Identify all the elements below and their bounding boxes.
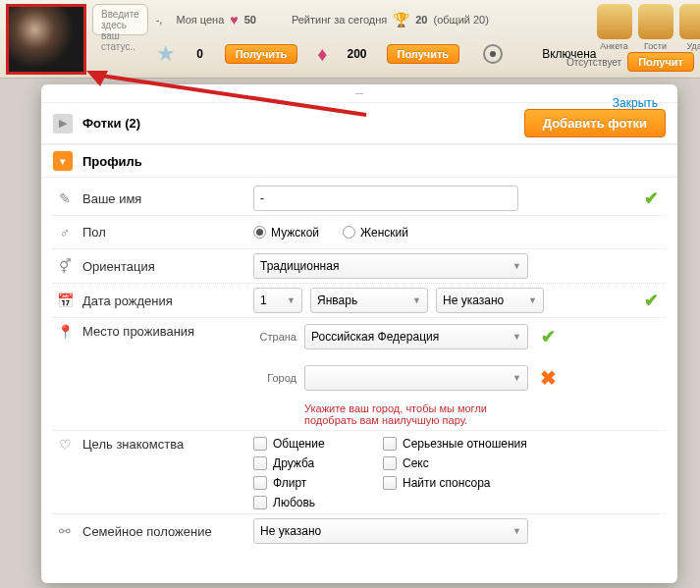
rating-total: (общий 20)	[434, 14, 489, 26]
close-button[interactable]: Закрыть	[607, 90, 664, 116]
gender-icon: ♂	[53, 225, 77, 241]
check-icon: ✔	[636, 187, 666, 209]
city-hint: Укажите ваш город, чтобы мы могли подобр…	[304, 402, 540, 426]
purpose-opt-label: Любовь	[273, 496, 315, 509]
luck-icon[interactable]	[679, 4, 701, 39]
chevron-down-icon: ▾	[53, 151, 73, 171]
marital-label: Семейное положение	[77, 524, 253, 539]
guests-icon[interactable]	[638, 4, 673, 39]
heart-icon: ♥	[230, 12, 238, 27]
star-icon: ★	[156, 41, 176, 67]
modal-handle: –	[41, 84, 677, 102]
user-avatar[interactable]	[6, 4, 86, 75]
top-bar: Введите здесь ваш статус.. -, Моя цена ♥…	[0, 0, 700, 79]
top-info: -, Моя цена ♥ 50 Рейтинг за сегодня 🏆 20…	[156, 4, 597, 69]
orientation-icon: ⚥	[53, 258, 77, 274]
name-input[interactable]	[253, 186, 518, 211]
dob-label: Дата рождения	[77, 294, 253, 308]
purpose-checkbox[interactable]: Секс	[383, 456, 560, 470]
eye-icon[interactable]	[483, 44, 503, 64]
absent-label: Отсутствует	[566, 57, 621, 68]
check-icon: ✔	[636, 290, 666, 311]
purpose-opt-label: Флирт	[273, 476, 306, 490]
guests-icon-label: Гости	[644, 41, 667, 51]
chevron-right-icon: ▶	[53, 114, 73, 134]
country-sublabel: Страна	[253, 331, 296, 343]
dob-month-select[interactable]: Январь▼	[310, 288, 428, 313]
profile-section-header[interactable]: ▾ Профиль	[41, 144, 677, 178]
purpose-checkbox[interactable]: Флирт	[253, 476, 371, 490]
purpose-checkboxes: Общение Серьезные отношения Дружба Секс …	[253, 437, 560, 509]
rings-icon: ⚯	[53, 523, 77, 539]
purpose-checkbox[interactable]: Общение	[253, 437, 371, 451]
star-value: 0	[186, 47, 215, 61]
purpose-checkbox[interactable]: Любовь	[253, 496, 371, 509]
orientation-row: ⚥ Ориентация Традиционная▼	[53, 249, 666, 284]
x-icon: ✖	[536, 366, 560, 390]
marital-row: ⚯ Семейное положение Не указано▼	[53, 514, 666, 548]
purpose-opt-label: Серьезные отношения	[403, 437, 527, 451]
pin-icon: 📍	[53, 324, 77, 340]
location-row: 📍 Место проживания Страна Российская Фед…	[53, 318, 666, 431]
purpose-label: Цель знакомства	[77, 437, 253, 452]
purpose-opt-label: Дружба	[273, 456, 314, 470]
gender-female-radio[interactable]: Женский	[343, 226, 408, 240]
get-stars-button[interactable]: Получить	[225, 44, 298, 64]
status-input[interactable]: Введите здесь ваш статус..	[92, 4, 148, 35]
diamond-icon: ♦	[317, 43, 327, 66]
profile-modal: Закрыть – ▶ Фотки (2) Добавить фотки ▾ П…	[41, 84, 677, 583]
gender-row: ♂ Пол Мужской Женский	[53, 216, 666, 249]
profile-form: ✎ Ваше имя ✔ ♂ Пол Мужской Женский ⚥ Ори…	[41, 178, 677, 560]
trophy-icon: 🏆	[393, 12, 409, 27]
check-icon: ✔	[536, 326, 560, 347]
right-icons: Анкета Гости Удач	[597, 4, 701, 51]
rating-label: Рейтинг за сегодня	[292, 14, 387, 26]
luck-icon-label: Удач	[687, 41, 700, 51]
purpose-checkbox[interactable]: Серьезные отношения	[383, 437, 560, 451]
marital-select[interactable]: Не указано▼	[253, 518, 528, 544]
pencil-icon: ✎	[53, 190, 77, 206]
name-row: ✎ Ваше имя ✔	[53, 182, 666, 216]
absent-button[interactable]: Получит	[627, 52, 694, 72]
orientation-label: Ориентация	[77, 259, 253, 274]
orientation-select[interactable]: Традиционная▼	[253, 253, 528, 279]
city-sublabel: Город	[253, 372, 296, 384]
gender-label: Пол	[77, 225, 253, 240]
heart-outline-icon: ♡	[53, 437, 77, 453]
price-label: Моя цена	[176, 14, 224, 26]
get-hearts-button[interactable]: Получить	[387, 44, 460, 64]
purpose-checkbox[interactable]: Найти спонсора	[383, 476, 560, 490]
dob-row: 📅 Дата рождения 1▼ Январь▼ Не указано▼ ✔	[53, 284, 666, 318]
photos-section-header[interactable]: ▶ Фотки (2) Добавить фотки	[41, 102, 677, 144]
dob-day-select[interactable]: 1▼	[253, 288, 302, 313]
location-label: Место проживания	[77, 324, 253, 339]
purpose-opt-label: Найти спонсора	[403, 476, 491, 490]
city-select[interactable]: ▼	[304, 365, 528, 391]
photos-title: Фотки (2)	[82, 116, 524, 131]
price-value: 50	[244, 14, 256, 26]
country-select[interactable]: Российская Федерация▼	[304, 324, 528, 349]
rating-value: 20	[415, 14, 427, 26]
profile-title: Профиль	[82, 154, 666, 169]
dob-year-select[interactable]: Не указано▼	[436, 288, 544, 313]
purpose-opt-label: Секс	[403, 456, 429, 470]
heart-value: 200	[338, 47, 377, 61]
gender-male-label: Мужской	[271, 226, 319, 240]
purpose-checkbox[interactable]: Дружба	[253, 456, 371, 470]
name-label: Ваше имя	[77, 191, 253, 206]
gender-male-radio[interactable]: Мужской	[253, 226, 319, 240]
purpose-opt-label: Общение	[273, 437, 325, 451]
profile-icon[interactable]	[597, 4, 632, 39]
purpose-row: ♡ Цель знакомства Общение Серьезные отно…	[53, 431, 666, 514]
gender-female-label: Женский	[360, 226, 408, 240]
calendar-icon: 📅	[53, 293, 77, 308]
name-line: -,	[156, 14, 163, 26]
profile-icon-label: Анкета	[600, 41, 628, 51]
